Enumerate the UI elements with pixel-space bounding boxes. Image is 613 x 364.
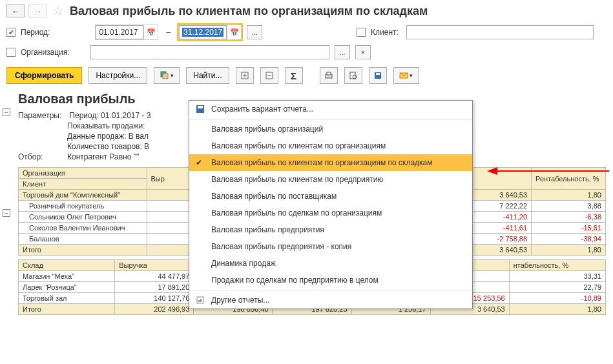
favorite-icon[interactable]: ☆ — [53, 4, 63, 18]
svg-rect-12 — [376, 73, 380, 75]
col-rent: нтабельность, % — [509, 260, 605, 271]
find-button[interactable]: Найти... — [186, 67, 229, 84]
date-to-input[interactable]: 31.12.2017 — [179, 25, 227, 39]
svg-rect-8 — [327, 72, 331, 75]
sum-button[interactable]: Σ — [285, 67, 303, 84]
period-checkbox[interactable]: ✔ — [6, 28, 16, 37]
svg-rect-15 — [198, 106, 203, 108]
period-more-button[interactable]: ... — [247, 25, 262, 39]
expand-icon[interactable] — [236, 67, 254, 84]
client-label: Клиент: — [371, 28, 399, 37]
print-button[interactable] — [320, 67, 338, 84]
menu-save-variant[interactable]: Сохранить вариант отчета... — [189, 101, 472, 117]
calendar-icon[interactable]: 📅 — [227, 25, 241, 39]
variant-dropdown-menu: Сохранить вариант отчета... Валовая приб… — [189, 100, 473, 309]
back-button[interactable]: ← — [6, 5, 25, 17]
menu-item[interactable]: Валовая прибыль по клиентам по организац… — [189, 137, 472, 154]
col-revenue: Выручка — [115, 260, 194, 271]
client-input[interactable] — [406, 25, 594, 39]
date-from-input[interactable]: 01.01.2017 — [96, 25, 143, 39]
menu-other-reports[interactable]: Другие отчеты... — [189, 292, 472, 308]
col-profit — [471, 168, 532, 190]
menu-item[interactable]: Валовая прибыль по клиентам по предприят… — [189, 171, 472, 188]
tree-toggle[interactable]: − — [3, 108, 10, 116]
send-button[interactable]: ▾ — [393, 67, 419, 84]
forward-button[interactable]: → — [28, 5, 47, 17]
preview-button[interactable] — [344, 67, 362, 84]
org-input[interactable] — [90, 45, 329, 59]
collapse-icon[interactable] — [260, 67, 278, 84]
col-client: Клиент — [19, 179, 147, 190]
generate-button[interactable]: Сформировать — [6, 67, 82, 84]
menu-item[interactable]: Валовая прибыль предприятия - копия — [189, 238, 472, 255]
col-warehouse: Склад — [19, 260, 115, 271]
check-icon: ✔ — [196, 158, 202, 167]
svg-rect-17 — [198, 300, 200, 302]
date-dash: – — [166, 28, 171, 37]
variant-dropdown-button[interactable]: ▾ — [154, 67, 180, 84]
page-title: Валовая прибыль по клиентам по организац… — [70, 5, 428, 18]
menu-item-selected[interactable]: ✔ Валовая прибыль по клиентам по организ… — [189, 154, 472, 171]
col-rent: Рентабельность, % — [532, 168, 606, 190]
org-checkbox[interactable] — [6, 48, 16, 57]
menu-item[interactable]: Динамика продаж — [189, 255, 472, 272]
save-report-button[interactable] — [369, 67, 387, 84]
col-org: Организация — [19, 168, 147, 179]
settings-button[interactable]: Настройки... — [88, 67, 147, 84]
menu-item[interactable]: Валовая прибыль предприятия — [189, 221, 472, 238]
svg-rect-18 — [200, 299, 202, 302]
menu-item[interactable]: Валовая прибыль по поставщикам — [189, 188, 472, 205]
client-checkbox[interactable] — [357, 28, 366, 37]
menu-item[interactable]: Продажи по сделкам по предприятию в цело… — [189, 272, 472, 288]
org-label: Организация: — [21, 48, 70, 57]
save-icon — [196, 105, 205, 116]
org-more-button[interactable]: ... — [335, 45, 350, 59]
svg-rect-1 — [163, 74, 168, 79]
menu-item[interactable]: Валовая прибыль по сделкам по организаци… — [189, 205, 472, 221]
period-label: Период: — [21, 28, 50, 37]
org-clear-button[interactable]: × — [355, 45, 371, 59]
calendar-icon[interactable]: 📅 — [143, 25, 158, 39]
menu-item[interactable]: Валовая прибыль организаций — [189, 121, 472, 137]
report-icon — [196, 296, 205, 307]
tree-toggle[interactable]: − — [3, 209, 10, 217]
